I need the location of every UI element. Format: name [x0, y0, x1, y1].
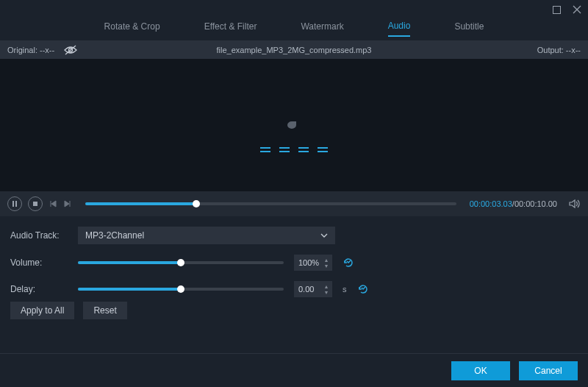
footer: OK Cancel — [0, 353, 588, 387]
titlebar — [0, 0, 588, 19]
delay-up-arrow[interactable]: ▲ — [322, 284, 331, 289]
delay-unit: s — [343, 285, 347, 294]
apply-to-all-button[interactable]: Apply to All — [10, 302, 74, 319]
audio-track-value: MP3-2Channel — [85, 230, 144, 241]
delay-spinner[interactable]: 0.00 ▲▼ — [294, 281, 332, 297]
tab-subtitle[interactable]: Subtitle — [454, 21, 484, 36]
volume-reset-icon[interactable] — [343, 257, 354, 269]
tab-audio[interactable]: Audio — [388, 21, 411, 37]
delay-label: Delay: — [10, 284, 68, 294]
volume-up-arrow[interactable]: ▲ — [322, 258, 331, 263]
volume-label: Volume: — [10, 258, 68, 268]
current-time: 00:00:03.03 — [470, 199, 512, 208]
chevron-down-icon — [320, 233, 328, 238]
tab-effect-filter[interactable]: Effect & Filter — [204, 21, 257, 36]
stop-button[interactable] — [28, 196, 43, 211]
svg-rect-4 — [15, 201, 17, 207]
tab-watermark[interactable]: Watermark — [301, 21, 343, 36]
volume-icon[interactable] — [569, 199, 581, 209]
close-icon[interactable] — [572, 4, 582, 15]
ok-button[interactable]: OK — [451, 361, 510, 380]
output-label: Output: --x-- — [537, 46, 588, 54]
delay-reset-icon[interactable] — [357, 283, 369, 295]
volume-slider[interactable] — [78, 261, 284, 264]
time-display: 00:00:03.03/00:00:10.00 — [470, 199, 557, 208]
audio-track-select[interactable]: MP3-2Channel — [78, 227, 335, 244]
prev-frame-button[interactable] — [49, 199, 57, 208]
original-label: Original: --x-- — [7, 46, 54, 54]
transport-bar: 00:00:03.03/00:00:10.00 — [0, 191, 588, 216]
delay-slider[interactable] — [78, 288, 284, 291]
equalizer-icon — [260, 147, 328, 149]
tab-rotate-crop[interactable]: Rotate & Crop — [104, 21, 160, 36]
audio-settings: Audio Track: MP3-2Channel Volume: 100% ▲… — [0, 216, 588, 300]
audio-track-label: Audio Track: — [10, 230, 68, 241]
reset-button[interactable]: Reset — [83, 302, 126, 319]
infobar: Original: --x-- file_example_MP3_2MG_com… — [0, 41, 588, 59]
pause-button[interactable] — [7, 196, 22, 211]
seek-slider[interactable] — [85, 202, 456, 205]
tabs: Rotate & Crop Effect & Filter Watermark … — [0, 19, 588, 41]
delay-value: 0.00 — [298, 285, 314, 294]
volume-value: 100% — [298, 258, 319, 267]
svg-rect-0 — [553, 6, 560, 13]
maximize-icon[interactable] — [551, 4, 562, 15]
cancel-button[interactable]: Cancel — [519, 361, 578, 380]
total-time: 00:00:10.00 — [514, 199, 557, 208]
delay-down-arrow[interactable]: ▼ — [322, 290, 331, 295]
volume-down-arrow[interactable]: ▼ — [322, 263, 331, 269]
volume-spinner[interactable]: 100% ▲▼ — [294, 255, 332, 271]
filename-label: file_example_MP3_2MG_compressed.mp3 — [217, 46, 372, 54]
preview-area — [0, 59, 588, 191]
svg-rect-3 — [12, 201, 14, 207]
next-frame-button[interactable] — [63, 199, 72, 208]
eye-off-icon[interactable] — [63, 45, 78, 55]
svg-rect-5 — [33, 202, 37, 206]
music-note-icon — [283, 102, 305, 132]
